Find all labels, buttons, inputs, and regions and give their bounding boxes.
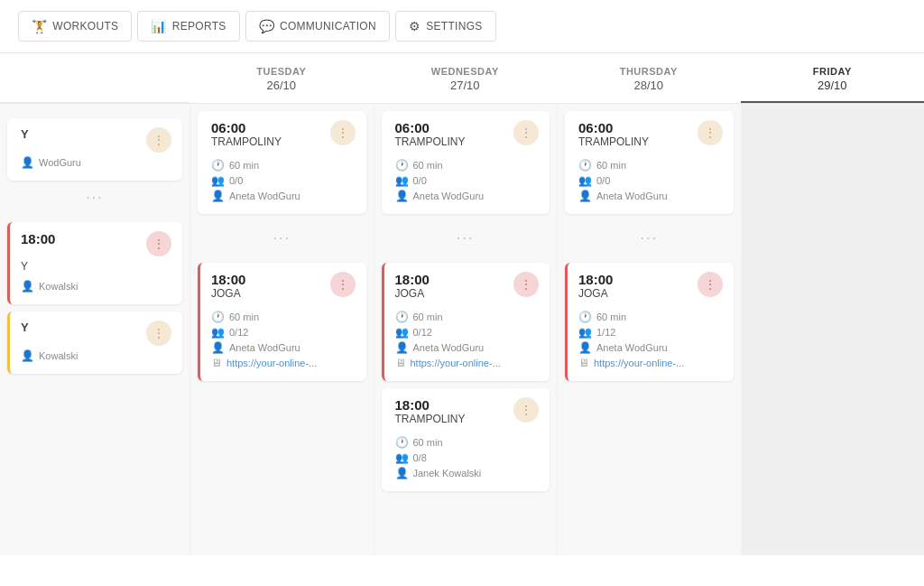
tab-reports[interactable]: 📊 REPORTS [137,11,239,42]
wednesday-evening-duration: 🕐 60 min [211,311,356,323]
trainer-icon3: 👤 [21,349,34,362]
link-icon3: 🖥 [578,357,589,369]
wednesday-evening-menu-button[interactable]: ⋮ [330,272,356,297]
people-icon3: 👥 [395,174,409,187]
calendar-body: Y ⋮ 👤 WodGuru ··· 18:00 ⋮ [0,104,924,555]
friday-column: 06:00 TRAMPOLINY ⋮ 🕐 60 min 👥 0/0 👤 Anet… [558,104,741,555]
tab-communication-label: COMMUNICATION [280,20,376,33]
link-icon: 🖥 [211,357,222,369]
clock-icon: 🕐 [211,159,225,172]
friday-trampoliny-morning: 06:00 TRAMPOLINY ⋮ 🕐 60 min 👥 0/0 👤 Anet… [565,111,734,214]
person-icon5: 👤 [395,467,409,479]
thursday-dots: ··· [382,221,550,256]
day-header-tuesday: TUESDAY 26/10 [189,53,374,103]
wednesday-evening-link: 🖥 https://your-online-... [211,357,356,369]
thursday-trampoliny-duration: 🕐 60 min [395,436,540,449]
trainer-icon2: 👤 [21,280,34,293]
tuesday-evening-trainer: 👤 Kowalski [21,280,171,293]
top-navigation: 🏋 WORKOUTS 📊 REPORTS 💬 COMMUNICATION ⚙ S… [0,0,924,53]
person-icon: 👤 [211,190,225,202]
friday-morning-spots: 👥 0/0 [578,174,723,187]
tuesday-morning-menu-button[interactable]: ⋮ [146,127,171,153]
clock-icon4: 🕐 [395,311,409,323]
thursday-joga-evening: 18:00 JOGA ⋮ 🕐 60 min 👥 0/12 👤 Aneta Wod… [382,263,550,381]
friday-evening-menu-button[interactable]: ⋮ [698,272,723,297]
person-icon2: 👤 [211,341,225,354]
thursday-joga-spots: 👥 0/12 [395,326,540,339]
people-icon: 👥 [211,174,225,187]
tab-reports-label: REPORTS [172,20,226,33]
tuesday-card-evening-joga: 18:00 ⋮ Y 👤 Kowalski [7,222,182,304]
friday-morning-trainer: 👤 Aneta WodGuru [578,190,723,202]
tuesday-morning-trainer: 👤 WodGuru [21,156,171,169]
wednesday-trampoliny-morning: 06:00 TRAMPOLINY ⋮ 🕐 60 min 👥 0/0 👤 Anet… [198,111,366,214]
trainer-icon: 👤 [21,156,34,169]
person-icon7: 👤 [578,341,592,354]
reports-icon: 📊 [151,19,166,33]
thursday-joga-trainer: 👤 Aneta WodGuru [395,341,540,354]
thursday-trampoliny-evening: 18:00 TRAMPOLINY ⋮ 🕐 60 min 👥 0/8 👤 Jane… [382,388,550,491]
tuesday-card-last: Y ⋮ 👤 Kowalski [7,312,182,374]
tab-workouts[interactable]: 🏋 WORKOUTS [18,11,132,42]
tab-communication[interactable]: 💬 COMMUNICATION [245,11,390,42]
friday-evening-spots: 👥 1/12 [578,326,723,339]
wednesday-column: 06:00 TRAMPOLINY ⋮ 🕐 60 min 👥 0/0 👤 Anet… [190,104,374,555]
wednesday-dots: ··· [198,221,366,256]
day-header-friday: FRIDAY 29/10 [741,53,925,103]
tuesday-evening-menu-button[interactable]: ⋮ [146,231,171,256]
tuesday-dots: ··· [7,181,182,215]
friday-evening-duration: 🕐 60 min [578,311,723,323]
friday-morning-menu-button[interactable]: ⋮ [698,120,723,145]
wednesday-joga-evening: 18:00 JOGA ⋮ 🕐 60 min 👥 0/12 👤 Aneta Wod… [198,263,366,381]
people-icon4: 👥 [395,326,409,339]
day-header-thursday: THURSDAY 28/10 [557,53,741,103]
thursday-morning-spots: 👥 0/0 [395,174,540,187]
thursday-trampoliny-spots: 👥 0/8 [395,451,540,464]
thursday-column: 06:00 TRAMPOLINY ⋮ 🕐 60 min 👥 0/0 👤 Anet… [374,104,558,555]
thursday-online-link[interactable]: https://your-online-... [411,358,501,368]
wednesday-morning-menu-button[interactable]: ⋮ [330,120,356,145]
wednesday-online-link[interactable]: https://your-online-... [226,358,317,368]
tuesday-morning-name-partial: Y [21,127,29,141]
friday-joga-evening: 18:00 JOGA ⋮ 🕐 60 min 👥 1/12 👤 Aneta Wod… [565,263,734,381]
person-icon3: 👤 [395,190,409,202]
friday-morning-duration: 🕐 60 min [578,159,723,172]
tuesday-last-name-partial: Y [21,321,29,334]
thursday-morning-duration: 🕐 60 min [395,159,540,172]
thursday-morning-trainer: 👤 Aneta WodGuru [395,190,540,202]
tuesday-last-trainer: 👤 Kowalski [21,349,171,362]
wednesday-morning-duration: 🕐 60 min [211,159,356,172]
thursday-joga-link: 🖥 https://your-online-... [395,357,540,369]
tuesday-card-morning: Y ⋮ 👤 WodGuru [7,118,182,181]
person-icon4: 👤 [395,341,409,354]
friday-dots: ··· [565,221,734,256]
tab-workouts-label: WORKOUTS [52,20,118,33]
friday-online-link[interactable]: https://your-online-... [594,358,684,368]
friday-evening-trainer: 👤 Aneta WodGuru [578,341,723,354]
person-icon6: 👤 [578,190,592,202]
workouts-icon: 🏋 [32,19,47,33]
clock-icon6: 🕐 [578,159,592,172]
thursday-trampoliny-menu-button[interactable]: ⋮ [513,397,539,423]
thursday-trampoliny-morning: 06:00 TRAMPOLINY ⋮ 🕐 60 min 👥 0/0 👤 Anet… [382,111,550,214]
communication-icon: 💬 [259,19,274,33]
wednesday-evening-trainer: 👤 Aneta WodGuru [211,341,356,354]
clock-icon3: 🕐 [395,159,409,172]
people-icon5: 👥 [395,451,409,464]
clock-icon5: 🕐 [395,436,409,449]
tuesday-last-menu-button[interactable]: ⋮ [146,321,171,346]
calendar-header: TUESDAY 26/10 WEDNESDAY 27/10 THURSDAY 2… [0,53,924,104]
tab-settings-label: SETTINGS [426,20,482,33]
thursday-morning-menu-button[interactable]: ⋮ [513,120,539,145]
wednesday-evening-spots: 👥 0/12 [211,326,356,339]
people-icon6: 👥 [578,174,592,187]
day-header-wednesday: WEDNESDAY 27/10 [374,53,558,103]
tab-settings[interactable]: ⚙ SETTINGS [395,11,496,42]
wednesday-morning-trainer: 👤 Aneta WodGuru [211,190,356,202]
clock-icon2: 🕐 [211,311,225,323]
friday-evening-link: 🖥 https://your-online-... [578,357,723,369]
thursday-joga-menu-button[interactable]: ⋮ [513,272,539,297]
link-icon2: 🖥 [395,357,406,369]
thursday-joga-duration: 🕐 60 min [395,311,540,323]
clock-icon7: 🕐 [578,311,592,323]
